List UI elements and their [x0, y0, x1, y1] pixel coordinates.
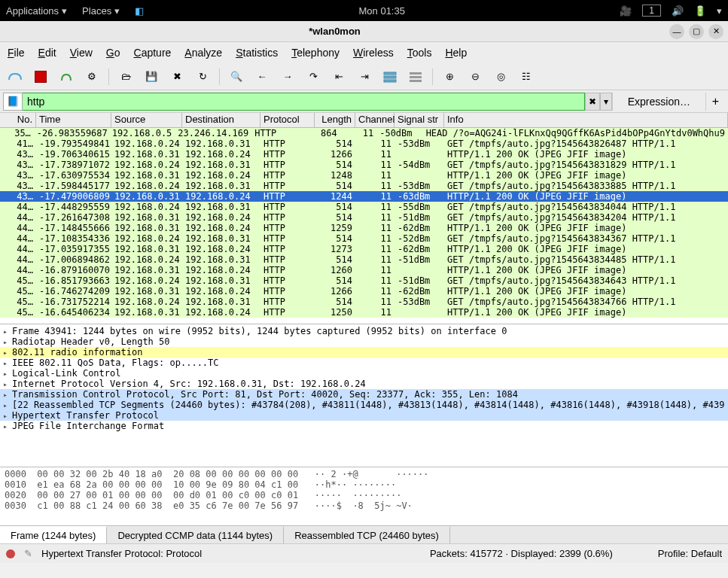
- power-icon[interactable]: ▾: [717, 5, 722, 17]
- menu-wireless[interactable]: Wireless: [353, 47, 394, 59]
- stop-capture-icon[interactable]: [32, 68, 50, 86]
- packet-row[interactable]: 44…-17.261647308192.168.0.31192.168.0.24…: [0, 212, 728, 223]
- packet-details-pane[interactable]: ▸Frame 43941: 1244 bytes on wire (9952 b…: [0, 324, 728, 467]
- expand-arrow-icon[interactable]: ▸: [3, 359, 12, 367]
- zoom-out-icon[interactable]: ⊖: [466, 68, 484, 86]
- expand-arrow-icon[interactable]: ▸: [3, 422, 12, 430]
- packet-row[interactable]: 43…-17.738971072192.168.0.24192.168.0.31…: [0, 160, 728, 170]
- resize-columns-icon[interactable]: ☷: [517, 68, 535, 86]
- battery-icon[interactable]: 🔋: [694, 5, 706, 17]
- detail-item[interactable]: ▸802.11 radio information: [0, 347, 728, 357]
- detail-item[interactable]: ▸IEEE 802.11 QoS Data, Flags: op.....TC: [0, 357, 728, 368]
- packet-row[interactable]: 44…-17.448295559192.168.0.24192.168.0.31…: [0, 202, 728, 212]
- maximize-button[interactable]: ▢: [689, 24, 704, 39]
- packet-row[interactable]: 43…-17.598445177192.168.0.24192.168.0.31…: [0, 181, 728, 191]
- packet-row[interactable]: 43…-17.630975534192.168.0.31192.168.0.24…: [0, 170, 728, 181]
- packet-row[interactable]: 44…-17.108354336192.168.0.24192.168.0.31…: [0, 233, 728, 244]
- expand-arrow-icon[interactable]: ▸: [3, 338, 12, 346]
- open-file-icon[interactable]: 🗁: [117, 68, 135, 86]
- bytes-tab[interactable]: Decrypted CCMP data (1144 bytes): [107, 526, 284, 543]
- auto-scroll-icon[interactable]: [381, 68, 399, 86]
- reload-icon[interactable]: ↻: [193, 68, 212, 86]
- start-capture-icon[interactable]: [6, 68, 24, 86]
- expand-arrow-icon[interactable]: ▸: [3, 380, 12, 388]
- column-header[interactable]: Time: [36, 113, 111, 127]
- applications-menu[interactable]: Applications ▾: [6, 5, 67, 17]
- workspace-indicator[interactable]: 1: [642, 5, 661, 17]
- menu-analyze[interactable]: Analyze: [184, 47, 222, 59]
- packet-row[interactable]: 45…-16.746274209192.168.0.31192.168.0.24…: [0, 286, 728, 297]
- menu-view[interactable]: View: [70, 47, 93, 59]
- column-header[interactable]: Channel: [355, 113, 394, 127]
- packet-row[interactable]: 44…-17.006894862192.168.0.24192.168.0.31…: [0, 254, 728, 265]
- go-forward-icon[interactable]: →: [279, 68, 297, 86]
- minimize-button[interactable]: —: [669, 24, 684, 39]
- bytes-tab[interactable]: Reassembled TCP (24460 bytes): [284, 526, 450, 543]
- packet-row[interactable]: 44…-17.035917355192.168.0.31192.168.0.24…: [0, 244, 728, 254]
- expand-arrow-icon[interactable]: ▸: [3, 327, 12, 336]
- column-header[interactable]: Length: [315, 113, 355, 127]
- close-button[interactable]: ✕: [708, 24, 723, 39]
- status-profile[interactable]: Profile: Default: [658, 548, 722, 559]
- menu-capture[interactable]: Capture: [134, 47, 172, 59]
- packet-row[interactable]: 45…-16.851793663192.168.0.24192.168.0.31…: [0, 275, 728, 286]
- clear-filter-button[interactable]: ✖: [585, 93, 600, 111]
- detail-item[interactable]: ▸Transmission Control Protocol, Src Port…: [0, 389, 728, 400]
- save-file-icon[interactable]: 💾: [142, 68, 160, 86]
- display-filter-input[interactable]: [23, 93, 585, 111]
- app-launcher-icon[interactable]: ◧: [135, 5, 144, 17]
- detail-item[interactable]: ▸Frame 43941: 1244 bytes on wire (9952 b…: [0, 326, 728, 336]
- expert-info-icon[interactable]: [6, 549, 15, 558]
- video-icon[interactable]: 🎥: [620, 5, 632, 17]
- packet-row[interactable]: 41…-19.793549841192.168.0.24192.168.0.31…: [0, 138, 728, 149]
- detail-item[interactable]: ▸Internet Protocol Version 4, Src: 192.1…: [0, 379, 728, 389]
- go-back-icon[interactable]: ←: [253, 68, 271, 86]
- detail-item[interactable]: ▸Hypertext Transfer Protocol: [0, 410, 728, 421]
- detail-item[interactable]: ▸JPEG File Interchange Format: [0, 421, 728, 431]
- column-header[interactable]: Source: [111, 113, 182, 127]
- packet-row[interactable]: 44…-16.879160070192.168.0.31192.168.0.24…: [0, 265, 728, 275]
- jump-packet-icon[interactable]: ↷: [304, 68, 322, 86]
- packet-row[interactable]: 43…-19.706340615192.168.0.31192.168.0.24…: [0, 149, 728, 160]
- packet-list[interactable]: No.TimeSourceDestinationProtocolLengthCh…: [0, 113, 728, 324]
- column-header[interactable]: Destination: [182, 113, 260, 127]
- colorize-icon[interactable]: [407, 68, 425, 86]
- expand-arrow-icon[interactable]: ▸: [3, 412, 12, 420]
- column-header[interactable]: Info: [444, 113, 728, 127]
- column-header[interactable]: No.: [0, 113, 36, 127]
- restart-capture-icon[interactable]: [57, 68, 75, 86]
- packet-list-header[interactable]: No.TimeSourceDestinationProtocolLengthCh…: [0, 113, 728, 128]
- column-header[interactable]: Signal str: [394, 113, 444, 127]
- detail-item[interactable]: ▸[22 Reassembled TCP Segments (24460 byt…: [0, 400, 728, 410]
- packet-row[interactable]: 45…-16.645406234192.168.0.31192.168.0.24…: [0, 307, 728, 318]
- menu-edit[interactable]: Edit: [38, 47, 56, 59]
- go-first-icon[interactable]: ⇤: [330, 68, 348, 86]
- packet-row[interactable]: 44…-17.148455666192.168.0.31192.168.0.24…: [0, 223, 728, 233]
- clock[interactable]: Mon 01:35: [144, 5, 620, 17]
- detail-item[interactable]: ▸Logical-Link Control: [0, 368, 728, 379]
- go-last-icon[interactable]: ⇥: [355, 68, 373, 86]
- menu-statistics[interactable]: Statistics: [236, 47, 278, 59]
- places-menu[interactable]: Places ▾: [82, 5, 120, 17]
- menu-file[interactable]: File: [8, 47, 25, 59]
- expand-arrow-icon[interactable]: ▸: [3, 391, 12, 399]
- add-filter-button[interactable]: +: [705, 93, 725, 111]
- close-file-icon[interactable]: ✖: [168, 68, 186, 86]
- find-packet-icon[interactable]: 🔍: [227, 68, 245, 86]
- bookmark-filter-icon[interactable]: 📘: [3, 93, 23, 111]
- expand-arrow-icon[interactable]: ▸: [3, 401, 12, 409]
- expression-button[interactable]: Expression…: [612, 93, 705, 111]
- expand-arrow-icon[interactable]: ▸: [3, 348, 12, 357]
- edit-prefs-icon[interactable]: ✎: [24, 548, 32, 559]
- capture-options-icon[interactable]: ⚙: [83, 68, 101, 86]
- zoom-reset-icon[interactable]: ◎: [492, 68, 510, 86]
- packet-row[interactable]: 43…-17.479006809192.168.0.31192.168.0.24…: [0, 191, 728, 202]
- apply-filter-button[interactable]: ▾: [600, 93, 612, 111]
- menu-help[interactable]: Help: [445, 47, 467, 59]
- volume-icon[interactable]: 🔊: [672, 5, 684, 17]
- column-header[interactable]: Protocol: [260, 113, 315, 127]
- packet-row[interactable]: 45…-16.731752214192.168.0.24192.168.0.31…: [0, 297, 728, 307]
- expand-arrow-icon[interactable]: ▸: [3, 370, 12, 378]
- detail-item[interactable]: ▸Radiotap Header v0, Length 50: [0, 336, 728, 347]
- bytes-tab[interactable]: Frame (1244 bytes): [0, 526, 107, 543]
